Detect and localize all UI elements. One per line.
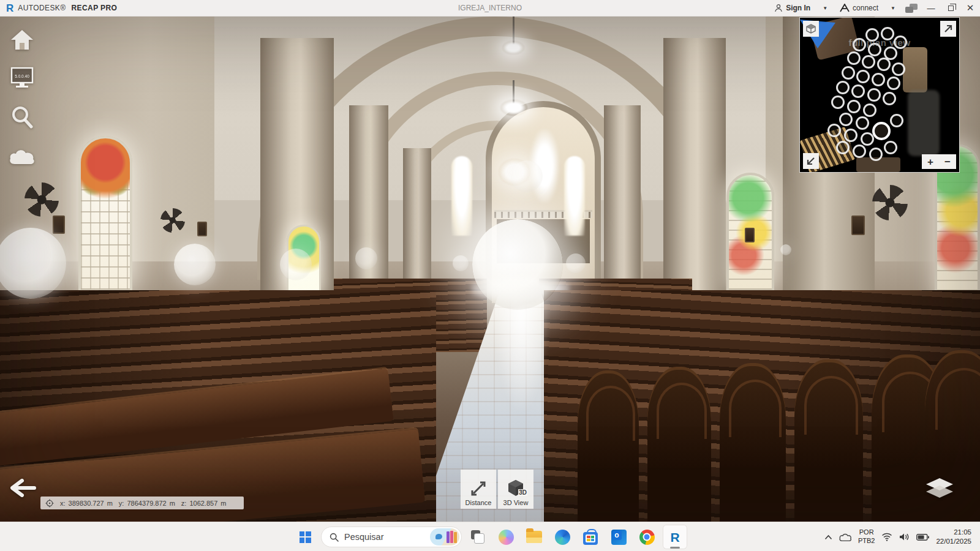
svg-text:5.0.0.40: 5.0.0.40 <box>15 74 29 78</box>
minimap-zoom-in-button[interactable]: + <box>922 154 939 169</box>
language-indicator[interactable]: POR PTB2 <box>858 528 875 545</box>
minimap-scan-point[interactable] <box>847 51 861 65</box>
minimap-scan-point[interactable] <box>890 114 903 127</box>
collapse-arrow-icon <box>806 156 816 166</box>
minimap-scan-point[interactable] <box>836 81 850 94</box>
search-highlight-image <box>430 528 459 545</box>
back-navigation-button[interactable] <box>10 478 37 499</box>
scan-location-sphere[interactable] <box>780 244 791 255</box>
back-arrow-icon <box>10 478 37 499</box>
microsoft-store-button[interactable] <box>578 525 603 549</box>
search-button[interactable] <box>9 103 36 130</box>
restore-button[interactable] <box>941 0 960 16</box>
minimap-scan-point[interactable] <box>853 144 866 158</box>
layers-icon <box>924 477 956 503</box>
scan-location-sphere[interactable] <box>511 160 543 192</box>
search-icon <box>10 105 34 129</box>
minimap-scan-point[interactable] <box>884 141 897 154</box>
onedrive-cloud-icon[interactable] <box>839 533 851 541</box>
scan-location-sphere[interactable] <box>355 247 377 269</box>
monitor-icon: 5.0.0.40 <box>10 67 34 89</box>
minimap-scan-point[interactable] <box>842 66 855 80</box>
minimap-scan-point[interactable] <box>844 129 858 142</box>
minimap-scan-point[interactable] <box>853 38 866 51</box>
title-bar: R AUTODESK® RECAP PRO IGREJA_INTERNO Sig… <box>0 0 980 17</box>
minimize-button[interactable]: — <box>921 0 941 16</box>
scan-location-sphere[interactable] <box>453 255 469 271</box>
scan-location-sphere[interactable] <box>0 228 66 299</box>
cloud-button[interactable] <box>9 143 36 170</box>
minimap-scan-point[interactable] <box>869 148 883 161</box>
scan-location-sphere[interactable] <box>472 219 563 310</box>
scan-location-sphere[interactable] <box>174 244 216 285</box>
3d-view-button[interactable]: 3D 3D View <box>498 470 533 509</box>
chrome-button[interactable] <box>635 525 659 549</box>
minimap-zoom-out-button[interactable]: − <box>939 154 956 169</box>
minimap-scan-point[interactable] <box>887 77 900 90</box>
windows-logo-icon <box>300 531 311 543</box>
minimap-scan-point[interactable] <box>839 113 853 126</box>
minimap-scan-point[interactable] <box>867 88 881 102</box>
minimap-scan-point[interactable] <box>856 70 870 83</box>
minimap-scan-point[interactable] <box>892 62 905 76</box>
minimap-scan-point[interactable] <box>883 92 896 105</box>
sign-in-button[interactable]: Sign In <box>768 0 816 16</box>
scan-location-sphere[interactable] <box>280 249 312 280</box>
minimap-expand-button[interactable] <box>940 21 956 37</box>
app-brand: R AUTODESK® RECAP PRO <box>0 3 117 13</box>
minimap-scan-point[interactable] <box>861 132 874 146</box>
minimap-scan-point[interactable] <box>851 84 865 98</box>
minimap-scan-point[interactable] <box>831 96 845 109</box>
minimap-scan-point[interactable] <box>827 124 841 137</box>
wifi-icon[interactable] <box>881 533 892 541</box>
minimap-scan-point[interactable] <box>862 55 875 69</box>
minimap-scan-point[interactable] <box>877 58 891 71</box>
minimap-scan-point[interactable] <box>836 141 850 154</box>
minimap-scan-point[interactable] <box>881 27 894 40</box>
expand-arrow-icon <box>943 24 953 34</box>
file-explorer-button[interactable] <box>522 525 546 549</box>
task-view-button[interactable] <box>466 525 490 549</box>
task-view-icon <box>471 530 484 544</box>
copilot-icon <box>499 530 514 545</box>
minimap-scan-point[interactable] <box>872 73 885 86</box>
recap-app-button[interactable]: R <box>663 525 687 549</box>
scan-location-sphere[interactable] <box>566 253 586 273</box>
realview-viewport[interactable]: 5.0.0.40 x:389830.727m y:7864379.872m <box>0 17 980 522</box>
sign-in-caret[interactable]: ▼ <box>816 6 834 11</box>
minimap-panel[interactable]: full plan view + − <box>799 17 960 173</box>
cloud-icon <box>9 147 36 165</box>
minimap-scan-point[interactable] <box>868 43 881 56</box>
distance-tool-button[interactable]: Distance <box>461 470 496 509</box>
home-button[interactable] <box>9 26 36 53</box>
tray-chevron-up-icon[interactable] <box>824 534 832 540</box>
layers-button[interactable] <box>924 477 956 504</box>
start-button[interactable] <box>293 525 317 549</box>
connect-button[interactable]: connect <box>834 0 884 16</box>
volume-icon[interactable] <box>899 533 910 541</box>
battery-icon[interactable] <box>916 534 929 541</box>
close-button[interactable]: ✕ <box>960 0 980 16</box>
copilot-button[interactable] <box>494 525 518 549</box>
minimap-scan-point[interactable] <box>865 28 879 42</box>
coordinate-z: z:1062.857m <box>181 500 227 507</box>
search-label: Pesquisar <box>344 532 424 542</box>
minimap-collapse-button[interactable] <box>803 153 819 169</box>
edge-button[interactable] <box>550 525 575 549</box>
minimap-scan-point[interactable] <box>863 103 876 117</box>
connect-caret[interactable]: ▼ <box>884 6 902 11</box>
outlook-button[interactable] <box>606 525 631 549</box>
display-settings-button[interactable]: 5.0.0.40 <box>9 64 36 91</box>
taskbar-search[interactable]: Pesquisar <box>321 527 462 547</box>
search-icon <box>330 533 339 542</box>
crosshair-icon <box>45 499 54 508</box>
minimap-scan-point[interactable] <box>894 36 907 49</box>
minimap-current-scan-point[interactable] <box>872 122 891 140</box>
autodesk-a-icon <box>840 4 850 12</box>
minimap-home-view-button[interactable] <box>803 21 819 37</box>
minimap-scan-point[interactable] <box>856 116 869 130</box>
feedback-chat-button[interactable] <box>902 0 921 16</box>
minimap-scan-point[interactable] <box>847 100 861 113</box>
clock[interactable]: 21:05 22/01/2025 <box>936 528 971 546</box>
store-icon <box>583 532 598 545</box>
